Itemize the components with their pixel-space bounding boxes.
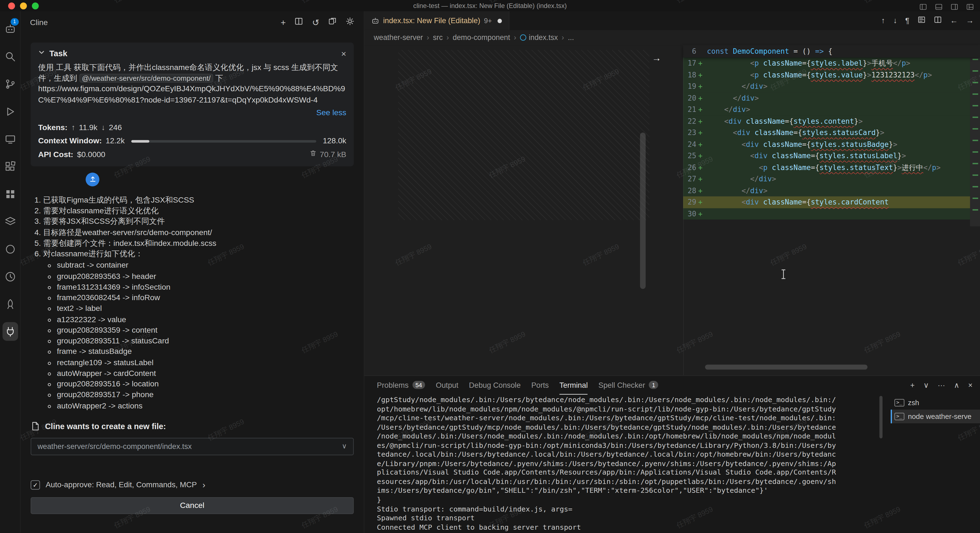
breadcrumb-item[interactable]: src: [433, 33, 443, 42]
code-line[interactable]: 20+ </div>: [683, 93, 970, 104]
new-terminal-icon[interactable]: +: [910, 381, 915, 390]
terminal-line: Connected MCP client to backing server t…: [377, 523, 877, 533]
new-file-path-select[interactable]: weather-server/src/demo-component/index.…: [30, 438, 354, 455]
code-line[interactable]: 19+ </div>: [683, 81, 970, 93]
source-control-icon[interactable]: [0, 70, 21, 97]
breadcrumb-item[interactable]: index.tsx: [520, 33, 558, 42]
rocket-icon[interactable]: [0, 290, 21, 318]
horizontal-scrollbar-thumb[interactable]: [705, 365, 868, 370]
ellipsis-icon[interactable]: ···: [938, 381, 945, 390]
breadcrumb-item[interactable]: weather-server: [374, 33, 423, 42]
create-file-row: Cline wants to create a new file:: [30, 421, 354, 431]
whitespace-icon[interactable]: ¶: [905, 16, 909, 25]
code-line[interactable]: 17+ <p className={styles.label}>手机号</p>: [683, 57, 970, 69]
auto-approve-checkbox[interactable]: ✓: [30, 480, 40, 490]
remote-explorer-icon[interactable]: [0, 125, 21, 153]
breadcrumb: weather-server›src›demo-component›index.…: [364, 30, 980, 45]
editor-actions: ↑ ↓ ¶ ← →: [881, 11, 974, 30]
next-change-icon[interactable]: ↓: [893, 16, 897, 25]
scrollbar-thumb[interactable]: [640, 132, 646, 289]
terminal-list-item[interactable]: >_zsh: [891, 396, 980, 410]
code-line[interactable]: 21+ </div>: [683, 104, 970, 115]
terminal-output[interactable]: /gptStudy/node_modules/.bin:/Users/byted…: [377, 396, 877, 533]
close-panel-icon[interactable]: ×: [968, 381, 972, 390]
cline-icon[interactable]: 1: [0, 15, 21, 42]
close-task-icon[interactable]: ×: [341, 49, 347, 58]
panel-tab-ports[interactable]: Ports: [531, 376, 549, 394]
terminal-scrollbar-thumb[interactable]: [880, 396, 883, 438]
auto-approve-row[interactable]: ✓ Auto-approve: Read, Edit, Commands, MC…: [30, 480, 354, 490]
terminal-line: /node_modules/.bin:/Users/node_modules/.…: [377, 432, 877, 441]
extensions-icon[interactable]: [0, 153, 21, 180]
history-icon[interactable]: ↺: [312, 18, 320, 27]
sticky-scroll-line[interactable]: 6 const DemoComponent = () => {: [683, 45, 980, 57]
search-icon[interactable]: [0, 42, 21, 70]
tokens-label: Tokens:: [38, 123, 67, 133]
previous-change-icon[interactable]: ↑: [881, 16, 885, 25]
diff-modified-pane[interactable]: 6 const DemoComponent = () => { 17+ <p c…: [683, 45, 980, 375]
panel-tab-terminal[interactable]: Terminal: [559, 376, 588, 394]
share-upload-button[interactable]: [86, 172, 99, 186]
activity-bar: 1: [0, 11, 21, 533]
breadcrumb-item[interactable]: demo-component: [453, 33, 510, 42]
minimize-window-button[interactable]: [20, 3, 27, 10]
terminal-line: /gptStudy/node_modules/.bin:/Users/byted…: [377, 396, 877, 405]
mapping-item: frame2036082454 -> infoRow: [57, 293, 354, 303]
code-line[interactable]: 28+ </div>: [683, 185, 970, 196]
chevron-down-icon[interactable]: ∨: [923, 381, 929, 390]
overview-ruler[interactable]: [970, 45, 980, 375]
breadcrumb-separator: ›: [426, 33, 429, 42]
history-icon[interactable]: [0, 263, 21, 290]
task-card: Task × 使用 工具 获取下面代码，并作出classname命名语义化优化，…: [30, 42, 354, 166]
terminal-line: Spawned stdio transport: [377, 514, 877, 523]
split-editor-icon[interactable]: [934, 16, 942, 26]
panel-tab-problems[interactable]: Problems54: [377, 376, 425, 394]
run-debug-icon[interactable]: [0, 97, 21, 125]
code-line[interactable]: 18+ <p className={styles.value}>12312321…: [683, 69, 970, 81]
vscode-window: cline-test — index.tsx: New File (Editab…: [0, 0, 980, 533]
panel-tab-spell-checker[interactable]: Spell Checker1: [598, 376, 659, 394]
code-line[interactable]: 22+ <div className={styles.content}>: [683, 115, 970, 127]
close-window-button[interactable]: [8, 3, 15, 10]
mapping-item: group2082893516 -> location: [57, 379, 354, 390]
grid-icon[interactable]: [0, 180, 21, 208]
terminal-list-item[interactable]: >_node weather-serve: [891, 410, 980, 423]
trash-icon[interactable]: [309, 149, 317, 160]
new-task-icon[interactable]: +: [281, 18, 286, 27]
terminal-line: ims:/Users/bytedance/go/bin","SHELL":"/b…: [377, 487, 877, 496]
breadcrumb-item[interactable]: ...: [568, 33, 574, 42]
diff-original-pane[interactable]: [364, 45, 684, 375]
cancel-button[interactable]: Cancel: [30, 497, 354, 514]
next-diff-arrow-icon[interactable]: →: [652, 53, 661, 62]
code-line[interactable]: 25+ <div className={styles.statusLabel}>: [683, 150, 970, 162]
tab-index-tsx[interactable]: index.tsx: New File (Editable) 9+: [364, 11, 509, 30]
columns-icon[interactable]: [294, 17, 303, 28]
forward-icon[interactable]: →: [966, 16, 974, 25]
code-line[interactable]: 26+ <p className={styles.statusText}>进行中…: [683, 162, 970, 173]
chevron-up-icon[interactable]: ∧: [954, 381, 959, 390]
mapping-item: autoWrapper -> cardContent: [57, 368, 354, 379]
code-line[interactable]: 29+ <div className={styles.cardContent: [683, 196, 970, 208]
layers-icon[interactable]: [0, 207, 21, 235]
cline-header: Cline + ↺: [21, 11, 364, 34]
code-line[interactable]: 27+ </div>: [683, 173, 970, 185]
unsaved-dot-icon[interactable]: [498, 19, 502, 23]
chevron-down-icon[interactable]: [38, 48, 45, 59]
panel-tab-output[interactable]: Output: [436, 376, 458, 394]
back-icon[interactable]: ←: [950, 16, 958, 25]
settings-gear-icon[interactable]: [346, 17, 355, 28]
zoom-window-button[interactable]: [32, 3, 39, 10]
see-less-link[interactable]: See less: [38, 107, 346, 118]
code-line[interactable]: 23+ <div className={styles.statusCard}>: [683, 127, 970, 139]
task-path-badge[interactable]: @/weather-server/src/demo-component/: [80, 74, 213, 83]
minimap-icon[interactable]: [918, 16, 926, 26]
figma-url[interactable]: https://www.figma.com/design/QOZeEyIBJ4X…: [38, 84, 346, 105]
breadcrumb-separator: ›: [447, 33, 449, 42]
code-line[interactable]: 24+ <div className={styles.statusBadge}>: [683, 139, 970, 150]
code-line[interactable]: 30+: [683, 208, 970, 220]
mcp-plug-icon[interactable]: [0, 318, 21, 345]
panel-tab-debug-console[interactable]: Debug Console: [469, 376, 521, 394]
circle-icon[interactable]: [0, 235, 21, 263]
open-in-editor-icon[interactable]: [328, 17, 337, 28]
tab-bar: index.tsx: New File (Editable) 9+ ↑ ↓ ¶ …: [364, 11, 980, 30]
